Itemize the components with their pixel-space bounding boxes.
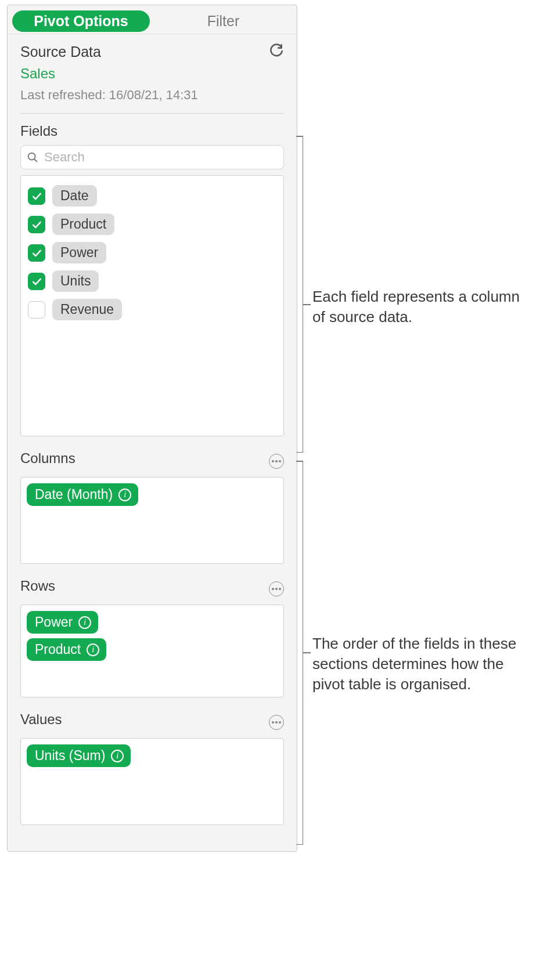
- field-checkbox[interactable]: [28, 244, 45, 262]
- pivot-panel: Pivot Options Filter Source Data Sales L…: [7, 5, 297, 852]
- columns-label: Columns: [20, 450, 75, 467]
- last-refreshed: Last refreshed: 16/08/21, 14:31: [20, 88, 284, 103]
- columns-drop-area[interactable]: Date (Month)i: [20, 477, 284, 564]
- tab-bar: Pivot Options Filter: [8, 5, 297, 34]
- tag-label: Product: [35, 642, 81, 657]
- field-list[interactable]: DateProductPowerUnitsRevenue: [20, 175, 284, 436]
- fields-section: Fields DateProductPowerUnitsRevenue: [8, 114, 297, 436]
- row-tag[interactable]: Producti: [27, 638, 106, 661]
- callout-bracket-fields: [298, 136, 303, 453]
- tab-pivot-options[interactable]: Pivot Options: [12, 10, 150, 32]
- field-checkbox[interactable]: [28, 301, 45, 319]
- info-icon[interactable]: i: [111, 750, 124, 762]
- fields-search-input[interactable]: [20, 145, 284, 169]
- source-data-label: Source Data: [20, 44, 101, 60]
- svg-line-1: [34, 159, 37, 161]
- field-row: Power: [27, 238, 278, 267]
- rows-drop-area[interactable]: PoweriProducti: [20, 605, 284, 697]
- field-pill[interactable]: Product: [52, 214, 114, 235]
- field-row: Units: [27, 267, 278, 295]
- field-checkbox[interactable]: [28, 216, 45, 233]
- info-icon[interactable]: i: [118, 489, 131, 501]
- columns-more-icon[interactable]: [269, 454, 284, 469]
- values-drop-area[interactable]: Units (Sum)i: [20, 738, 284, 825]
- field-pill[interactable]: Units: [52, 270, 99, 292]
- source-data-section: Source Data Sales Last refreshed: 16/08/…: [8, 34, 297, 103]
- row-tag[interactable]: Poweri: [27, 611, 98, 634]
- values-label: Values: [20, 711, 62, 728]
- callout-fields: Each field represents a column of source…: [312, 287, 531, 327]
- refresh-icon[interactable]: [269, 44, 284, 62]
- callout-sections: The order of the fields in these section…: [312, 634, 534, 695]
- info-icon[interactable]: i: [87, 643, 99, 656]
- field-checkbox[interactable]: [28, 187, 45, 205]
- values-section: Values Units (Sum)i: [8, 711, 297, 825]
- tag-label: Units (Sum): [35, 748, 105, 764]
- search-wrap: [20, 145, 284, 169]
- tag-label: Date (Month): [35, 487, 113, 502]
- values-more-icon[interactable]: [269, 715, 284, 730]
- field-pill[interactable]: Revenue: [52, 299, 122, 320]
- callout-bracket-sections: [298, 461, 303, 845]
- rows-label: Rows: [20, 578, 55, 594]
- field-row: Product: [27, 210, 278, 238]
- field-row: Revenue: [27, 295, 278, 324]
- field-pill[interactable]: Power: [52, 242, 106, 263]
- rows-more-icon[interactable]: [269, 581, 284, 596]
- search-icon: [26, 151, 39, 164]
- rows-section: Rows PoweriProducti: [8, 578, 297, 697]
- columns-section: Columns Date (Month)i: [8, 450, 297, 564]
- column-tag[interactable]: Date (Month)i: [27, 483, 138, 506]
- value-tag[interactable]: Units (Sum)i: [27, 744, 131, 767]
- tab-filter[interactable]: Filter: [154, 10, 292, 32]
- info-icon[interactable]: i: [78, 616, 91, 629]
- fields-label: Fields: [20, 123, 284, 139]
- field-pill[interactable]: Date: [52, 185, 97, 207]
- field-checkbox[interactable]: [28, 273, 45, 290]
- source-name: Sales: [20, 66, 284, 82]
- field-row: Date: [27, 182, 278, 210]
- tag-label: Power: [35, 614, 73, 630]
